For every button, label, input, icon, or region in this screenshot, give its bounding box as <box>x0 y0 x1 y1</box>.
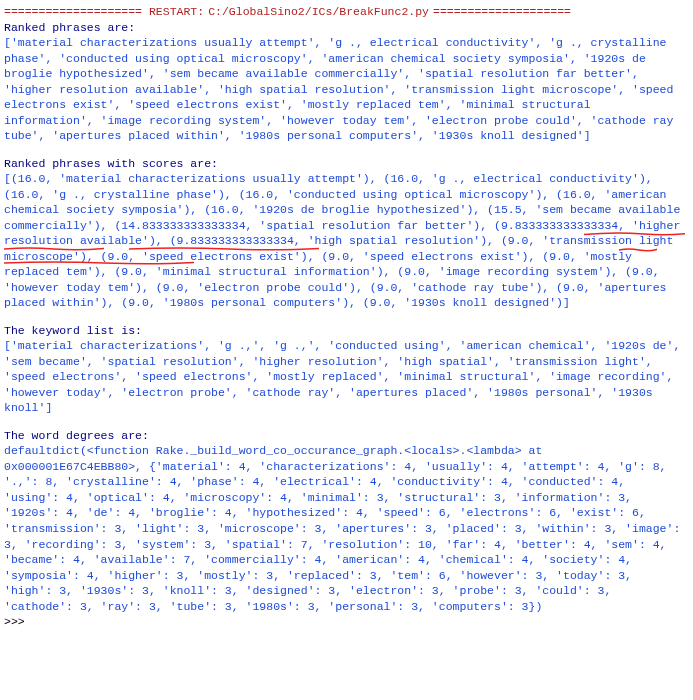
ranked-scores-wrap: [(16.0, 'material characterizations usua… <box>4 171 681 311</box>
spacer <box>4 144 681 156</box>
ranked-scores-output: [(16.0, 'material characterizations usua… <box>4 171 681 311</box>
restart-right-equals: ==================== <box>433 4 571 20</box>
word-degrees-output: defaultdict(<function Rake._build_word_c… <box>4 443 681 614</box>
restart-left-equals: ==================== <box>4 4 142 20</box>
ranked-scores-heading: Ranked phrases with scores are: <box>4 156 681 172</box>
restart-line: ==================== RESTART: C:/GlobalS… <box>4 4 681 20</box>
restart-label: RESTART: <box>149 4 204 20</box>
spacer <box>4 311 681 323</box>
restart-path: C:/GlobalSino2/ICs/BreakFunc2.py <box>208 4 429 20</box>
spacer <box>4 416 681 428</box>
keyword-list-heading: The keyword list is: <box>4 323 681 339</box>
word-degrees-heading: The word degrees are: <box>4 428 681 444</box>
python-prompt[interactable]: >>> <box>4 614 681 630</box>
keyword-list-output: ['material characterizations', 'g .,', '… <box>4 338 681 416</box>
ranked-phrases-output: ['material characterizations usually att… <box>4 35 681 144</box>
ranked-phrases-heading: Ranked phrases are: <box>4 20 681 36</box>
